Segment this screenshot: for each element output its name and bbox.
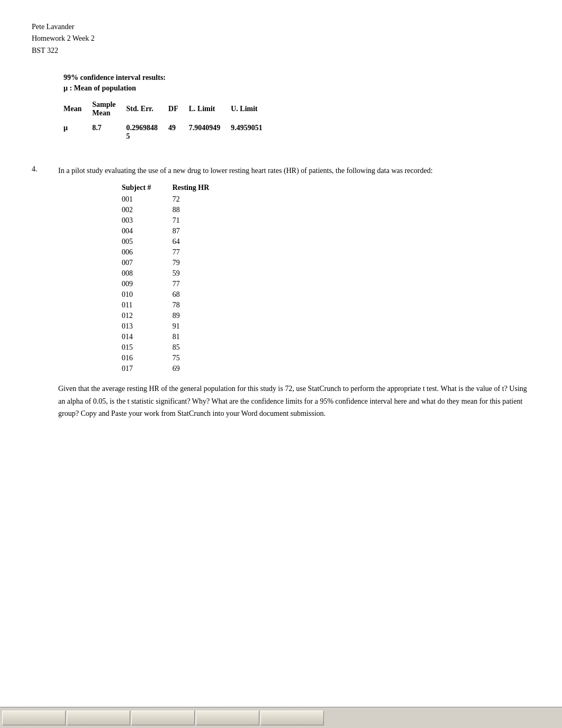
subject-number-cell: 011 [122, 300, 173, 311]
subject-col-number: Subject # [122, 183, 173, 194]
table-row: 00977 [122, 279, 230, 289]
header-line3: BST 322 [32, 45, 530, 57]
table-row: 01178 [122, 300, 230, 311]
resting-hr-cell: 78 [173, 300, 231, 311]
ci-data-df: 49 [168, 120, 189, 144]
resting-hr-cell: 75 [173, 353, 231, 363]
table-row: 00677 [122, 247, 230, 258]
subject-number-cell: 007 [122, 258, 173, 268]
ci-data-sample-mean: 8.7 [92, 120, 126, 144]
subject-number-cell: 016 [122, 353, 173, 363]
subject-number-cell: 005 [122, 236, 173, 247]
resting-hr-cell: 68 [173, 289, 231, 300]
question4-intro: In a pilot study evaluating the use of a… [58, 165, 530, 177]
resting-hr-cell: 72 [173, 194, 231, 205]
ci-col-mean: Mean [64, 98, 92, 120]
subject-number-cell: 004 [122, 226, 173, 236]
data-table-wrapper: Subject # Resting HR 0017200288003710048… [122, 183, 530, 374]
table-row: 00288 [122, 205, 230, 215]
ci-title-line2: μ : Mean of population [64, 83, 530, 94]
table-row: 00487 [122, 226, 230, 236]
table-row: 01481 [122, 332, 230, 342]
taskbar-item-5[interactable] [260, 711, 324, 725]
resting-hr-cell: 85 [173, 342, 231, 353]
table-row: 00371 [122, 215, 230, 226]
subject-table-header: Subject # Resting HR [122, 183, 230, 194]
header-info: Pete Lavander Homework 2 Week 2 BST 322 [32, 21, 530, 57]
subject-data-table: Subject # Resting HR 0017200288003710048… [122, 183, 230, 374]
resting-hr-cell: 87 [173, 226, 231, 236]
question4-row: 4. In a pilot study evaluating the use o… [32, 165, 530, 420]
taskbar-item-1[interactable] [2, 711, 66, 725]
table-row: 01391 [122, 321, 230, 332]
subject-number-cell: 006 [122, 247, 173, 258]
ci-title-line1: 99% confidence interval results: [64, 72, 530, 83]
taskbar [0, 707, 562, 728]
ci-col-sample-mean: SampleMean [92, 98, 126, 120]
resting-hr-cell: 81 [173, 332, 231, 342]
table-row: 01585 [122, 342, 230, 353]
subject-col-hr: Resting HR [173, 183, 231, 194]
subject-number-cell: 009 [122, 279, 173, 289]
ci-data-l-limit: 7.9040949 [189, 120, 231, 144]
resting-hr-cell: 77 [173, 247, 231, 258]
resting-hr-cell: 71 [173, 215, 231, 226]
table-row: 01289 [122, 311, 230, 321]
ci-table-header-row: Mean SampleMean Std. Err. DF L. Limit U.… [64, 98, 273, 120]
taskbar-item-4[interactable] [196, 711, 259, 725]
table-row: 00564 [122, 236, 230, 247]
resting-hr-cell: 91 [173, 321, 231, 332]
resting-hr-cell: 88 [173, 205, 231, 215]
question4-body: Given that the average resting HR of the… [58, 383, 530, 420]
table-row: 01769 [122, 363, 230, 374]
subject-number-cell: 015 [122, 342, 173, 353]
confidence-interval-section: 99% confidence interval results: μ : Mea… [64, 72, 530, 144]
resting-hr-cell: 89 [173, 311, 231, 321]
resting-hr-cell: 59 [173, 268, 231, 279]
subject-number-cell: 013 [122, 321, 173, 332]
taskbar-item-3[interactable] [131, 711, 195, 725]
ci-data-std-err: 0.29698485 [126, 120, 169, 144]
table-row: 00172 [122, 194, 230, 205]
resting-hr-cell: 69 [173, 363, 231, 374]
subject-number-cell: 014 [122, 332, 173, 342]
subject-number-cell: 012 [122, 311, 173, 321]
ci-col-l-limit: L. Limit [189, 98, 231, 120]
subject-number-cell: 017 [122, 363, 173, 374]
question4-content: In a pilot study evaluating the use of a… [58, 165, 530, 420]
subject-table-body: 0017200288003710048700564006770077900859… [122, 194, 230, 374]
table-row: 00859 [122, 268, 230, 279]
subject-number-cell: 008 [122, 268, 173, 279]
resting-hr-cell: 64 [173, 236, 231, 247]
ci-title: 99% confidence interval results: μ : Mea… [64, 72, 530, 93]
ci-data-mean: μ [64, 120, 92, 144]
ci-col-std-err: Std. Err. [126, 98, 169, 120]
ci-table-data-row: μ 8.7 0.29698485 49 7.9040949 9.4959051 [64, 120, 273, 144]
table-row: 00779 [122, 258, 230, 268]
ci-table: Mean SampleMean Std. Err. DF L. Limit U.… [64, 98, 273, 144]
ci-col-u-limit: U. Limit [231, 98, 273, 120]
table-row: 01675 [122, 353, 230, 363]
taskbar-item-2[interactable] [67, 711, 130, 725]
ci-data-u-limit: 9.4959051 [231, 120, 273, 144]
question4-number: 4. [32, 165, 58, 420]
subject-number-cell: 003 [122, 215, 173, 226]
resting-hr-cell: 79 [173, 258, 231, 268]
question4-section: 4. In a pilot study evaluating the use o… [32, 165, 530, 420]
subject-number-cell: 002 [122, 205, 173, 215]
resting-hr-cell: 77 [173, 279, 231, 289]
ci-col-df: DF [168, 98, 189, 120]
subject-number-cell: 010 [122, 289, 173, 300]
table-row: 01068 [122, 289, 230, 300]
header-line1: Pete Lavander [32, 21, 530, 33]
header-line2: Homework 2 Week 2 [32, 33, 530, 44]
subject-number-cell: 001 [122, 194, 173, 205]
